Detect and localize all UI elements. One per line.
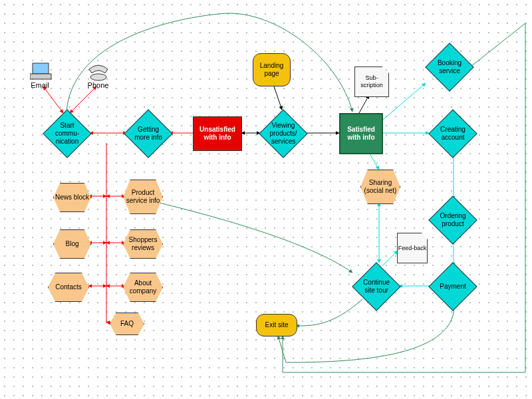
node-shoppers-reviews: Shoppers reviews: [123, 229, 163, 259]
node-blog: Blog: [53, 229, 91, 259]
node-start-communication: Start commu-nication: [43, 109, 92, 158]
node-continue-tour: Continue site tour: [352, 262, 401, 311]
node-label: Exit site: [265, 321, 288, 329]
node-label: Satisfied with info: [340, 126, 382, 142]
node-viewing-products: Viewing products/ services: [259, 109, 308, 158]
email-label: Email: [27, 81, 53, 90]
node-contacts: Contacts: [48, 273, 89, 302]
phone-label: Phone: [83, 81, 113, 90]
node-label: Viewing products/ services: [267, 122, 300, 146]
node-label: Shoppers reviews: [124, 236, 162, 252]
node-landing-page: Landing page: [253, 53, 291, 86]
node-faq: FAQ: [110, 313, 144, 335]
node-label: FAQ: [120, 320, 134, 328]
node-label: About company: [124, 279, 162, 295]
node-ordering-product: Ordering product: [428, 196, 477, 245]
node-exit-site: Exit site: [256, 314, 297, 336]
node-label: Contacts: [55, 283, 81, 291]
node-label: Feed-back: [398, 245, 427, 252]
node-product-service-info: Product service info: [123, 180, 163, 214]
svg-rect-1: [33, 63, 49, 74]
node-satisfied: Satisfied with info: [339, 113, 383, 154]
node-news-block: News block: [53, 183, 91, 212]
node-label: Getting more info: [132, 126, 165, 142]
node-label: Blog: [65, 240, 78, 248]
node-label: Booking service: [433, 59, 466, 75]
svg-rect-2: [30, 74, 51, 79]
node-creating-account: Creating account: [428, 109, 477, 158]
node-label: Start commu-nication: [51, 122, 84, 146]
node-booking-service: Booking service: [425, 43, 474, 92]
node-about-company: About company: [123, 273, 163, 302]
node-subscription: Sub-scription: [354, 66, 389, 97]
node-label: Ordering product: [436, 212, 469, 228]
node-label: Creating account: [436, 126, 469, 142]
node-label: Product service info: [124, 189, 162, 205]
flowchart-canvas: Email Phone Start commu-nication Getting…: [0, 0, 532, 399]
node-label: Unsatisfied with info: [194, 126, 241, 142]
node-feedback: Feed-back: [397, 233, 428, 263]
node-label: Payment: [436, 283, 469, 291]
node-payment: Payment: [428, 262, 477, 311]
node-label: Landing page: [253, 62, 290, 78]
svg-point-3: [90, 74, 106, 80]
node-label: Continue site tour: [360, 279, 393, 295]
node-sharing: Sharing (social net): [360, 170, 400, 204]
node-label: Sub-scription: [355, 74, 388, 89]
node-unsatisfied: Unsatisfied with info: [193, 116, 242, 151]
node-getting-more-info: Getting more info: [124, 109, 173, 158]
node-label: News block: [55, 194, 89, 201]
node-label: Sharing (social net): [361, 179, 400, 195]
